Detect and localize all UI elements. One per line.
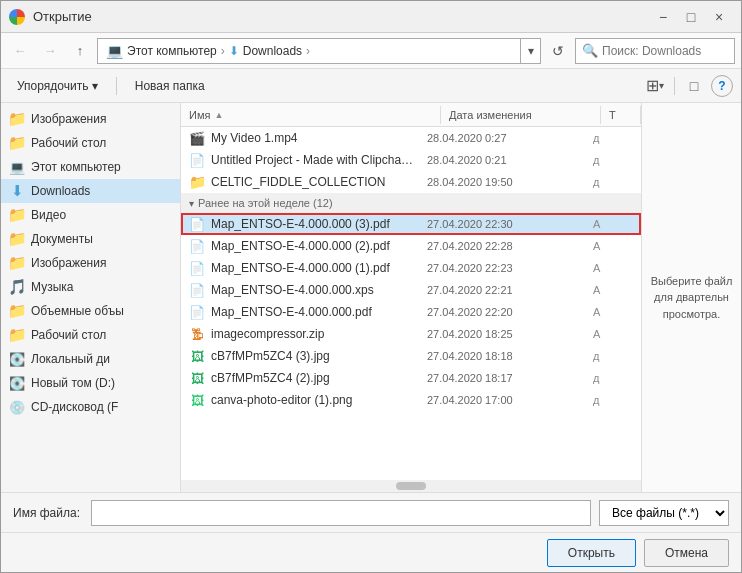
sidebar-item-video[interactable]: 📁 Видео	[1, 203, 180, 227]
file-ext: д	[593, 350, 633, 362]
toolbar: Упорядочить ▾ Новая папка ⊞ ▾ □ ?	[1, 69, 741, 103]
file-item-jpg3[interactable]: 🖼 cB7fMPm5ZC4 (3).jpg 27.04.2020 18:18 д	[181, 345, 641, 367]
sidebar-label: Рабочий стол	[31, 136, 106, 150]
horizontal-scrollbar[interactable]	[181, 480, 641, 492]
file-date: 28.04.2020 19:50	[427, 176, 587, 188]
file-item-myvideo[interactable]: 🎬 My Video 1.mp4 28.04.2020 0:27 д	[181, 127, 641, 149]
path-separator: ›	[221, 44, 225, 58]
address-dropdown[interactable]: ▾	[521, 38, 541, 64]
refresh-button[interactable]: ↺	[545, 38, 571, 64]
sidebar-item-localdisk[interactable]: 💽 Локальный ди	[1, 347, 180, 371]
sidebar-item-thispc[interactable]: 💻 Этот компьютер	[1, 155, 180, 179]
path-separator2: ›	[306, 44, 310, 58]
filename-input[interactable]	[91, 500, 591, 526]
search-box[interactable]: 🔍	[575, 38, 735, 64]
address-path[interactable]: 💻 Этот компьютер › ⬇ Downloads ›	[97, 38, 521, 64]
file-ext: д	[593, 372, 633, 384]
file-item-map1[interactable]: 📄 Map_ENTSO-E-4.000.000 (1).pdf 27.04.20…	[181, 257, 641, 279]
pc-icon: 💻	[9, 159, 25, 175]
file-item-zip[interactable]: 🗜 imagecompressor.zip 27.04.2020 18:25 А	[181, 323, 641, 345]
zip-icon: 🗜	[189, 326, 205, 342]
sidebar: 📁 Изображения 📁 Рабочий стол 💻 Этот комп…	[1, 103, 181, 492]
sidebar-item-desktop2[interactable]: 📁 Рабочий стол	[1, 323, 180, 347]
file-date: 27.04.2020 17:00	[427, 394, 587, 406]
close-button[interactable]: ×	[705, 3, 733, 31]
file-date: 27.04.2020 18:18	[427, 350, 587, 362]
back-button[interactable]: ←	[7, 38, 33, 64]
file-item-map2[interactable]: 📄 Map_ENTSO-E-4.000.000 (2).pdf 27.04.20…	[181, 235, 641, 257]
project-icon: 📄	[189, 152, 205, 168]
file-item-map0[interactable]: 📄 Map_ENTSO-E-4.000.000.pdf 27.04.2020 2…	[181, 301, 641, 323]
file-date: 27.04.2020 22:20	[427, 306, 587, 318]
disk-icon: 💽	[9, 375, 25, 391]
file-name: canva-photo-editor (1).png	[211, 393, 421, 407]
window-controls: − □ ×	[649, 3, 733, 31]
section-label: Ранее на этой неделе (12)	[198, 197, 333, 209]
sidebar-item-documents[interactable]: 📁 Документы	[1, 227, 180, 251]
sidebar-item-objects[interactable]: 📁 Объемные объы	[1, 299, 180, 323]
help-button[interactable]: ?	[711, 75, 733, 97]
col-header-date[interactable]: Дата изменения	[441, 106, 601, 124]
sidebar-label: Этот компьютер	[31, 160, 121, 174]
disk-icon: 💽	[9, 351, 25, 367]
minimize-button[interactable]: −	[649, 3, 677, 31]
new-folder-button[interactable]: Новая папка	[127, 76, 213, 96]
file-date: 27.04.2020 22:28	[427, 240, 587, 252]
file-name: Map_ENTSO-E-4.000.000 (1).pdf	[211, 261, 421, 275]
file-name: My Video 1.mp4	[211, 131, 421, 145]
file-item-png[interactable]: 🖼 canva-photo-editor (1).png 27.04.2020 …	[181, 389, 641, 411]
chrome-icon	[9, 9, 25, 25]
up-button[interactable]: ↑	[67, 38, 93, 64]
organize-button[interactable]: Упорядочить ▾	[9, 76, 106, 96]
col-header-name[interactable]: Имя ▲	[181, 106, 441, 124]
sidebar-item-music[interactable]: 🎵 Музыка	[1, 275, 180, 299]
pdf-icon: 📄	[189, 238, 205, 254]
file-date: 28.04.2020 0:21	[427, 154, 587, 166]
folder-icon: 📁	[9, 111, 25, 127]
file-item-map3[interactable]: 📄 Map_ENTSO-E-4.000.000 (3).pdf 27.04.20…	[181, 213, 641, 235]
sidebar-item-newvol[interactable]: 💽 Новый том (D:)	[1, 371, 180, 395]
maximize-button[interactable]: □	[677, 3, 705, 31]
sidebar-item-images1[interactable]: 📁 Изображения	[1, 107, 180, 131]
title-bar: Открытие − □ ×	[1, 1, 741, 33]
search-input[interactable]	[602, 44, 722, 58]
view-toggle-button[interactable]: ⊞ ▾	[642, 73, 668, 99]
file-name: Map_ENTSO-E-4.000.000 (3).pdf	[211, 217, 421, 231]
toolbar-right: ⊞ ▾ □ ?	[642, 73, 733, 99]
folder-icon: 📁	[9, 231, 25, 247]
cancel-button[interactable]: Отмена	[644, 539, 729, 567]
bottom-filename-bar: Имя файла: Все файлы (*.*)	[1, 492, 741, 532]
section-header-week[interactable]: ▾ Ранее на этой неделе (12)	[181, 193, 641, 213]
col-header-type[interactable]: Т	[601, 106, 641, 124]
file-item-untitled[interactable]: 📄 Untitled Project - Made with Clipchamp…	[181, 149, 641, 171]
folder-icon: 📁	[9, 255, 25, 271]
file-item-celtic[interactable]: 📁 CELTIC_FIDDLE_COLLECTION 28.04.2020 19…	[181, 171, 641, 193]
preview-panel: Выберите файл для двартельн просмотра.	[641, 103, 741, 492]
file-item-mapxps[interactable]: 📄 Map_ENTSO-E-4.000.000.xps 27.04.2020 2…	[181, 279, 641, 301]
file-ext: д	[593, 154, 633, 166]
xps-icon: 📄	[189, 282, 205, 298]
file-list: 🎬 My Video 1.mp4 28.04.2020 0:27 д 📄 Unt…	[181, 127, 641, 480]
filetype-select[interactable]: Все файлы (*.*)	[599, 500, 729, 526]
sidebar-item-images2[interactable]: 📁 Изображения	[1, 251, 180, 275]
file-list-header: Имя ▲ Дата изменения Т	[181, 103, 641, 127]
sidebar-item-desktop[interactable]: 📁 Рабочий стол	[1, 131, 180, 155]
sidebar-item-cdrom[interactable]: 💿 CD-дисковод (F	[1, 395, 180, 419]
file-name: cB7fMPm5ZC4 (3).jpg	[211, 349, 421, 363]
section-chevron: ▾	[189, 198, 194, 209]
file-ext: А	[593, 218, 633, 230]
file-ext: д	[593, 394, 633, 406]
forward-button[interactable]: →	[37, 38, 63, 64]
sidebar-label: Downloads	[31, 184, 90, 198]
open-button[interactable]: Открыть	[547, 539, 636, 567]
pdf-icon: 📄	[189, 304, 205, 320]
file-name: imagecompressor.zip	[211, 327, 421, 341]
pane-button[interactable]: □	[681, 73, 707, 99]
folder-icon: 📁	[9, 207, 25, 223]
sidebar-label: Видео	[31, 208, 66, 222]
sidebar-label: Объемные объы	[31, 304, 124, 318]
file-item-jpg2[interactable]: 🖼 cB7fMPm5ZC4 (2).jpg 27.04.2020 18:17 д	[181, 367, 641, 389]
file-ext: А	[593, 328, 633, 340]
sidebar-item-downloads[interactable]: ⬇ Downloads	[1, 179, 180, 203]
file-date: 27.04.2020 22:30	[427, 218, 587, 230]
